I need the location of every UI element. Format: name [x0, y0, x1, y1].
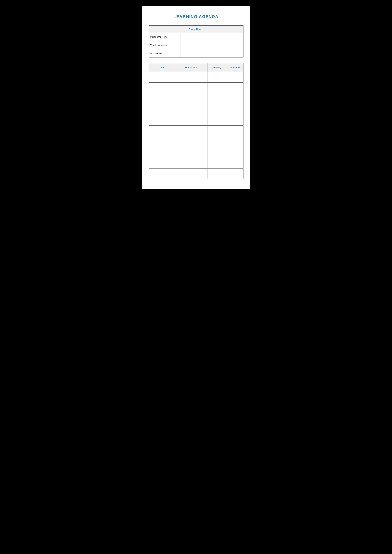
activity-cell[interactable]	[207, 125, 226, 136]
activity-cell[interactable]	[207, 93, 226, 104]
activity-cell[interactable]	[207, 158, 226, 168]
table-row	[149, 93, 243, 104]
table-row	[149, 158, 243, 168]
task-cell[interactable]	[149, 158, 175, 168]
resources-cell[interactable]	[175, 104, 207, 115]
table-row	[149, 115, 243, 125]
resources-cell[interactable]	[175, 72, 207, 83]
task-table-header-row: Task Resources Activity Duration	[149, 63, 243, 72]
resources-cell[interactable]	[175, 168, 207, 179]
duration-cell[interactable]	[226, 125, 243, 136]
group-norms-row: Meeting Objective	[149, 33, 243, 41]
activity-cell[interactable]	[207, 136, 226, 147]
page: LEARNING AGENDA Group Norms Meeting Obje…	[142, 6, 250, 189]
task-column-header: Task	[149, 63, 175, 72]
activity-cell[interactable]	[207, 104, 226, 115]
duration-cell[interactable]	[226, 115, 243, 125]
activity-cell[interactable]	[207, 168, 226, 179]
duration-cell[interactable]	[226, 83, 243, 93]
duration-cell[interactable]	[226, 147, 243, 158]
resources-cell[interactable]	[175, 147, 207, 158]
group-norms-table: Group Norms Meeting ObjectiveTime Manage…	[149, 25, 244, 57]
resources-cell[interactable]	[175, 93, 207, 104]
table-row	[149, 104, 243, 115]
duration-cell[interactable]	[226, 72, 243, 83]
table-row	[149, 136, 243, 147]
duration-cell[interactable]	[226, 136, 243, 147]
activity-cell[interactable]	[207, 115, 226, 125]
resources-cell[interactable]	[175, 83, 207, 93]
table-row	[149, 125, 243, 136]
duration-cell[interactable]	[226, 104, 243, 115]
table-row	[149, 72, 243, 83]
group-norms-row: Documentation	[149, 49, 243, 57]
task-table: Task Resources Activity Duration	[149, 63, 244, 179]
task-cell[interactable]	[149, 125, 175, 136]
group-norms-row: Time Management	[149, 41, 243, 49]
group-norms-header: Group Norms	[149, 26, 243, 33]
group-norms-value[interactable]	[181, 41, 243, 49]
duration-cell[interactable]	[226, 168, 243, 179]
task-cell[interactable]	[149, 93, 175, 104]
group-norms-value[interactable]	[181, 49, 243, 57]
task-cell[interactable]	[149, 72, 175, 83]
task-cell[interactable]	[149, 83, 175, 93]
duration-cell[interactable]	[226, 158, 243, 168]
duration-cell[interactable]	[226, 93, 243, 104]
activity-cell[interactable]	[207, 83, 226, 93]
task-cell[interactable]	[149, 104, 175, 115]
task-cell[interactable]	[149, 168, 175, 179]
table-row	[149, 83, 243, 93]
resources-cell[interactable]	[175, 158, 207, 168]
activity-cell[interactable]	[207, 147, 226, 158]
task-cell[interactable]	[149, 115, 175, 125]
group-norms-label: Meeting Objective	[149, 33, 181, 41]
activity-cell[interactable]	[207, 72, 226, 83]
table-row	[149, 168, 243, 179]
resources-column-header: Resources	[175, 63, 207, 72]
task-cell[interactable]	[149, 147, 175, 158]
task-cell[interactable]	[149, 136, 175, 147]
group-norms-label: Time Management	[149, 41, 181, 49]
activity-column-header: Activity	[207, 63, 226, 72]
resources-cell[interactable]	[175, 115, 207, 125]
resources-cell[interactable]	[175, 136, 207, 147]
group-norms-value[interactable]	[181, 33, 243, 41]
page-title: LEARNING AGENDA	[149, 14, 244, 19]
duration-column-header: Duration	[226, 63, 243, 72]
table-row	[149, 147, 243, 158]
resources-cell[interactable]	[175, 125, 207, 136]
group-norms-label: Documentation	[149, 49, 181, 57]
